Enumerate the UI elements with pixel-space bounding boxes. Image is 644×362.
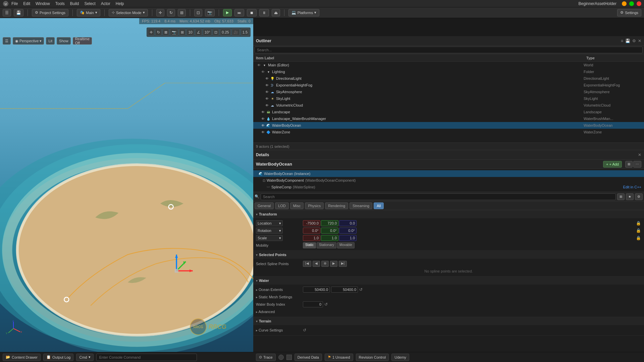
rotation-z-input[interactable]: [339, 228, 357, 234]
visibility-icon[interactable]: 👁: [261, 110, 265, 114]
cmd-button[interactable]: Cmd ▾: [76, 354, 93, 361]
outliner-row-main[interactable]: 👁 ▾ Main (Editor) World: [253, 62, 644, 68]
scale-y-input[interactable]: [321, 235, 338, 241]
reset-icon[interactable]: ↺: [303, 328, 308, 333]
visibility-icon[interactable]: 👁: [261, 130, 265, 134]
outliner-row-waterbrush[interactable]: 👁 💧 Landscape_WaterBrushManager WaterBru…: [253, 115, 644, 122]
trace-button[interactable]: ⊙ Trace: [256, 354, 276, 361]
visibility-icon[interactable]: 👁: [261, 117, 265, 121]
location-dropdown[interactable]: Location ▾: [256, 220, 283, 226]
curve-expand[interactable]: ▸: [256, 328, 258, 332]
details-grid-view[interactable]: ⊞: [617, 193, 625, 200]
menu-select[interactable]: Select: [84, 1, 95, 6]
save-button[interactable]: 💾: [14, 9, 23, 16]
outliner-settings-icon[interactable]: ⚙: [632, 39, 636, 43]
transform-rotate[interactable]: ↻: [167, 9, 175, 16]
camera-settings[interactable]: 📷: [205, 9, 215, 16]
outliner-row-directionallight[interactable]: 👁 💡 DirectionalLight DirectionalLight: [253, 75, 644, 82]
outliner-row-volumetriccloud[interactable]: 👁 ☁ VolumetricCloud VolumetricCloud: [253, 102, 644, 109]
content-drawer-button[interactable]: 📂 Content Drawer: [3, 354, 41, 361]
details-action-1[interactable]: ⊞: [625, 161, 633, 168]
details-close-icon[interactable]: ✕: [638, 153, 641, 157]
visibility-icon[interactable]: 👁: [265, 77, 269, 80]
reset-icon[interactable]: ↺: [359, 287, 365, 292]
spline-select-prev[interactable]: ◀: [313, 261, 320, 267]
lock-icon[interactable]: 🔒: [636, 236, 641, 240]
scale-x-input[interactable]: [303, 235, 320, 241]
static-mesh-expand[interactable]: ▸: [256, 295, 258, 299]
filter-tab-physics[interactable]: Physics: [305, 202, 324, 209]
play-button[interactable]: ▶: [223, 9, 232, 16]
mobility-stationary[interactable]: Stationary: [317, 242, 336, 248]
rotation-x-input[interactable]: [303, 228, 320, 234]
realtime-button[interactable]: Realtime Off: [73, 37, 92, 45]
terrain-header[interactable]: ▾ Terrain: [253, 317, 644, 325]
snap-grid-value[interactable]: 10: [186, 29, 194, 36]
mobility-static[interactable]: Static: [303, 242, 316, 248]
filter-tab-misc[interactable]: Misc: [290, 202, 304, 209]
minimize-button[interactable]: [622, 1, 627, 6]
lit-button[interactable]: Lit: [46, 37, 55, 45]
outliner-row-skyatmosphere[interactable]: 👁 ☁ SkyAtmosphere SkyAtmosphere: [253, 88, 644, 95]
project-settings-button[interactable]: ⚙ Project Settings: [32, 9, 68, 16]
filter-tab-general[interactable]: General: [255, 202, 274, 209]
unsaved-button[interactable]: ⚑ 1 Unsaved: [325, 354, 353, 361]
scale-snap-icon2[interactable]: ⊡: [213, 29, 219, 36]
component-row-waterbodyocean-instance[interactable]: 🌊 WaterBodyOcean (Instance): [253, 170, 644, 177]
transform-header[interactable]: ▾ Transform: [253, 210, 644, 218]
spline-select-first[interactable]: |◀: [303, 261, 311, 267]
details-star-filter[interactable]: ★: [626, 193, 634, 200]
snap-scale-value[interactable]: 0.25: [220, 29, 230, 36]
location-x-input[interactable]: [303, 220, 320, 226]
scale-z-input[interactable]: [339, 235, 357, 241]
menu-actor[interactable]: Actor: [101, 1, 110, 6]
filter-tab-all[interactable]: All: [374, 202, 384, 209]
platforms-button[interactable]: 💻 Platforms ▾: [288, 9, 319, 16]
component-row-splinecomp[interactable]: 〰 SplineComp (WaterSpline) Edit in C++: [253, 184, 644, 190]
outliner-filter-icon[interactable]: ≡: [621, 39, 623, 43]
perspective-button[interactable]: ◉ Perspective ▾: [13, 37, 44, 45]
viewport[interactable]: ☰ ◉ Perspective ▾ Lit Show Realtime Off …: [0, 18, 253, 352]
outliner-search-input[interactable]: [255, 47, 643, 53]
outliner-row-skylight[interactable]: 👁 ☀ SkyLight SkyLight: [253, 95, 644, 102]
scale-dropdown[interactable]: Scale ▾: [256, 235, 283, 241]
pause-button[interactable]: ⏸: [259, 9, 269, 16]
details-action-2[interactable]: ⋯: [633, 161, 641, 168]
advanced-expand[interactable]: ▸: [256, 310, 258, 314]
camera-icon[interactable]: 📷: [170, 29, 178, 36]
udemy-button[interactable]: Udemy: [391, 354, 409, 361]
filter-tab-rendering[interactable]: Rendering: [325, 202, 348, 209]
visibility-icon[interactable]: 👁: [261, 70, 265, 74]
spline-select-next[interactable]: ▶: [330, 261, 337, 267]
menu-build[interactable]: Build: [70, 1, 79, 6]
snap-settings[interactable]: ⊡: [194, 9, 202, 16]
edit-cpp-link[interactable]: Edit in C++: [623, 185, 644, 189]
snap-angle-value[interactable]: 10°: [203, 29, 212, 36]
rotation-dropdown[interactable]: Rotation ▾: [256, 228, 283, 234]
skip-button[interactable]: ⏭: [234, 9, 244, 16]
console-input[interactable]: [96, 354, 197, 361]
filter-tab-streaming[interactable]: Streaming: [350, 202, 372, 209]
rotate-snap-icon[interactable]: ↻: [155, 29, 162, 36]
scale-snap-icon[interactable]: ⊠: [163, 29, 169, 36]
ocean-extents-y-input[interactable]: [331, 287, 358, 293]
filter-tab-lod[interactable]: LOD: [275, 202, 289, 209]
lock-icon[interactable]: 🔒: [636, 221, 641, 226]
maximize-button[interactable]: [629, 1, 634, 6]
outliner-save-icon[interactable]: 💾: [625, 39, 630, 43]
visibility-icon[interactable]: 👁: [265, 83, 269, 87]
location-y-input[interactable]: [321, 220, 338, 226]
output-log-button[interactable]: 📋 Output Log: [43, 354, 73, 361]
angle-snap-icon[interactable]: ∠: [195, 29, 202, 36]
grid-icon[interactable]: ⊞: [179, 29, 185, 36]
visibility-icon[interactable]: 👁: [265, 104, 269, 107]
reset-icon[interactable]: ↺: [324, 302, 330, 307]
outliner-row-fog[interactable]: 👁 🌫 ExponentialHeightFog ExponentialHeig…: [253, 82, 644, 88]
menu-tools[interactable]: Tools: [55, 1, 65, 6]
ocean-extents-x-input[interactable]: [303, 287, 330, 293]
trace-settings-icon[interactable]: [278, 355, 284, 360]
outliner-row-waterzone[interactable]: 👁 🔷 WaterZone WaterZone: [253, 129, 644, 135]
close-button[interactable]: [637, 1, 641, 6]
outliner-row-lighting[interactable]: 👁 ▾ Lighting Folder: [253, 68, 644, 75]
menu-edit[interactable]: Edit: [23, 1, 30, 6]
